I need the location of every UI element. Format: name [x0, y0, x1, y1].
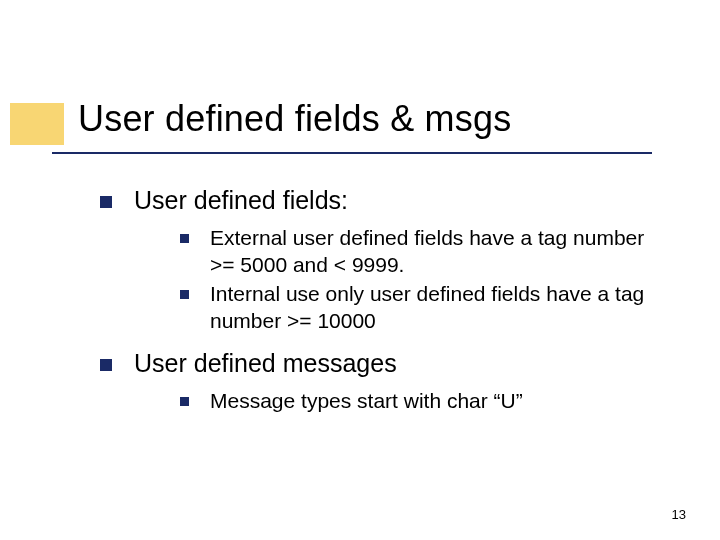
- section-heading-text: User defined fields:: [134, 186, 348, 214]
- square-bullet-icon: [100, 196, 112, 208]
- level2-list: Message types start with char “U”: [180, 388, 660, 415]
- list-item: External user defined fields have a tag …: [180, 225, 660, 279]
- list-item: Internal use only user defined fields ha…: [180, 281, 660, 335]
- title-accent-block: [10, 103, 64, 145]
- square-bullet-icon: [180, 290, 189, 299]
- slide-content: User defined fields: External user defin…: [100, 186, 660, 428]
- section-heading: User defined fields: External user defin…: [100, 186, 660, 335]
- slide-title: User defined fields & msgs: [78, 98, 511, 140]
- square-bullet-icon: [100, 359, 112, 371]
- page-number: 13: [672, 507, 686, 522]
- title-underline: [52, 152, 652, 154]
- level1-list: User defined fields: External user defin…: [100, 186, 660, 414]
- level2-list: External user defined fields have a tag …: [180, 225, 660, 335]
- list-item-text: Message types start with char “U”: [210, 389, 523, 412]
- square-bullet-icon: [180, 397, 189, 406]
- section-heading-text: User defined messages: [134, 349, 397, 377]
- list-item-text: Internal use only user defined fields ha…: [210, 282, 644, 332]
- section-heading: User defined messages Message types star…: [100, 349, 660, 415]
- list-item-text: External user defined fields have a tag …: [210, 226, 644, 276]
- list-item: Message types start with char “U”: [180, 388, 660, 415]
- square-bullet-icon: [180, 234, 189, 243]
